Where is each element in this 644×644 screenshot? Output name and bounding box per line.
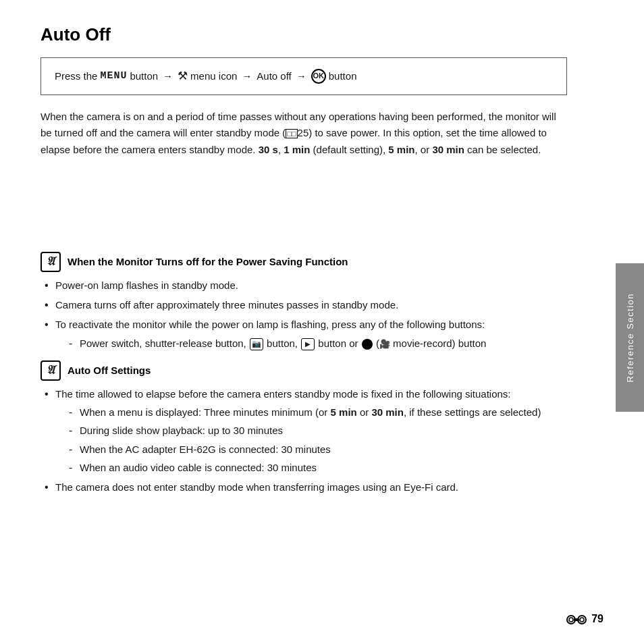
- list-item: Camera turns off after approximately thr…: [41, 297, 567, 313]
- nav-suffix: button: [329, 69, 357, 84]
- record-circle-icon: [362, 339, 373, 350]
- note-header-1: 𝔄 When the Monitor Turns off for the Pow…: [41, 252, 567, 272]
- camera-icon: 📷: [250, 338, 263, 350]
- list-item: The camera does not enter standby mode w…: [41, 479, 567, 495]
- page-footer-icon: [566, 613, 587, 625]
- note-title-1: When the Monitor Turns off for the Power…: [68, 256, 348, 267]
- side-tab-label: Reference Section: [625, 293, 635, 382]
- nav-connector1: button: [130, 69, 158, 84]
- page-number: 79: [591, 613, 603, 625]
- note-title-2: Auto Off Settings: [68, 365, 151, 376]
- note2-sub-list: When a menu is displayed: Three minutes …: [65, 404, 567, 475]
- list-item: To reactivate the monitor while the powe…: [41, 317, 567, 351]
- ok-button-icon: OK: [311, 69, 326, 84]
- note2-bullet-list: The time allowed to elapse before the ca…: [41, 386, 567, 495]
- wrench-icon: ⚒: [178, 68, 188, 85]
- sub-bullet-list: Power switch, shutter-release button, 📷 …: [65, 336, 567, 351]
- list-item: The time allowed to elapse before the ca…: [41, 386, 567, 475]
- svg-point-1: [569, 618, 573, 622]
- note-icon-1: 𝔄: [41, 252, 61, 272]
- play-icon: ▶: [301, 338, 315, 350]
- movie-record-icon: 🎥: [379, 338, 390, 348]
- nav-connector2: menu icon: [190, 69, 237, 84]
- menu-keyword: MENU: [100, 69, 127, 84]
- note-icon-2: 𝔄: [41, 360, 61, 381]
- list-item: When the AC adapter EH-62G is connected:…: [65, 441, 567, 457]
- list-item: Power switch, shutter-release button, 📷 …: [65, 336, 567, 351]
- page-footer: 79: [566, 613, 603, 625]
- note1-bullet-list: Power-on lamp flashes in standby mode. C…: [41, 277, 567, 351]
- nav-arrow3: →: [296, 69, 306, 84]
- nav-arrow2: →: [242, 69, 252, 84]
- nav-autooff: Auto off: [257, 69, 291, 84]
- svg-point-3: [580, 618, 584, 622]
- nav-prefix: Press the: [55, 69, 97, 84]
- navigation-box: Press the MENU button → ⚒ menu icon → Au…: [41, 57, 567, 95]
- note-section-monitor: 𝔄 When the Monitor Turns off for the Pow…: [41, 252, 567, 351]
- page-title: Auto Off: [41, 24, 567, 45]
- list-item: When a menu is displayed: Three minutes …: [65, 404, 567, 420]
- list-item: When an audio video cable is connected: …: [65, 460, 567, 475]
- svg-rect-4: [574, 618, 579, 621]
- side-tab: Reference Section: [616, 263, 644, 412]
- note-section-autooff-settings: 𝔄 Auto Off Settings The time allowed to …: [41, 360, 567, 495]
- body-paragraph: When the camera is on and a period of ti…: [41, 109, 567, 159]
- list-item: During slide show playback: up to 30 min…: [65, 423, 567, 438]
- list-item: Power-on lamp flashes in standby mode.: [41, 277, 567, 293]
- content-spacer: [41, 171, 567, 252]
- binoculars-icon: [566, 613, 587, 625]
- note-header-2: 𝔄 Auto Off Settings: [41, 360, 567, 381]
- nav-arrow1: →: [163, 69, 173, 84]
